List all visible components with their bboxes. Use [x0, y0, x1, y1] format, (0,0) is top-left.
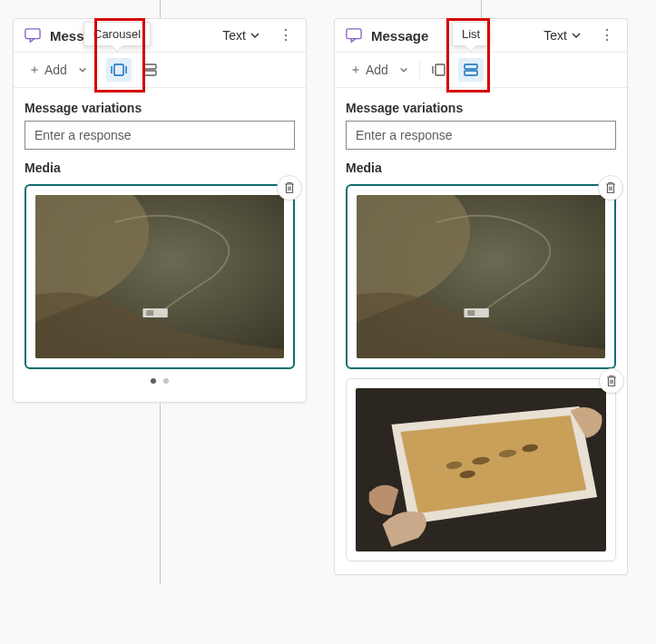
list-layout-button[interactable]: [458, 58, 484, 82]
variations-heading: Message variations: [24, 101, 295, 115]
svg-rect-0: [25, 29, 40, 39]
toolbar: ＋ Add: [335, 53, 627, 88]
svg-rect-10: [465, 71, 477, 75]
svg-rect-1: [114, 64, 123, 75]
svg-rect-6: [146, 310, 153, 316]
add-button[interactable]: ＋ Add: [23, 58, 73, 82]
variations-heading: Message variations: [346, 101, 616, 115]
media-thumbnail: [356, 388, 606, 551]
media-heading: Media: [24, 161, 295, 175]
delete-button[interactable]: [598, 175, 623, 200]
pager-dot[interactable]: [163, 378, 169, 384]
svg-rect-9: [465, 64, 477, 69]
media-card[interactable]: [346, 378, 616, 561]
message-panel-left: Message Text ⋮ ＋ Add: [13, 18, 307, 403]
panel-header: Message Text ⋮: [14, 19, 306, 53]
trash-icon: [604, 181, 617, 194]
connector-line: [160, 403, 161, 584]
trash-icon: [283, 181, 296, 194]
svg-rect-7: [347, 29, 361, 39]
carousel-pager: [24, 369, 295, 389]
media-thumbnail: [35, 195, 284, 358]
svg-rect-2: [143, 64, 156, 69]
connector-line: [160, 0, 161, 18]
media-card[interactable]: [346, 184, 616, 369]
separator: [419, 61, 420, 79]
message-panel-right: Message Text ⋮ ＋ Add: [334, 18, 628, 575]
more-button[interactable]: ⋮: [275, 26, 297, 44]
connector-line: [481, 0, 482, 18]
separator: [98, 61, 99, 79]
chevron-down-icon[interactable]: [78, 65, 87, 74]
media-card[interactable]: [24, 184, 295, 369]
response-input[interactable]: [24, 121, 295, 150]
add-button[interactable]: ＋ Add: [344, 58, 394, 82]
carousel-layout-button[interactable]: [106, 58, 132, 82]
chevron-down-icon: [571, 30, 582, 41]
carousel-icon: [432, 63, 448, 76]
chat-icon: [24, 28, 41, 43]
tooltip-carousel: Carousel: [83, 22, 151, 46]
media-thumbnail: [357, 195, 605, 358]
list-icon: [142, 63, 157, 76]
list-layout-button[interactable]: [137, 58, 162, 82]
chat-icon: [346, 28, 362, 43]
chevron-down-icon: [250, 30, 260, 41]
plus-icon: ＋: [28, 62, 41, 78]
delete-button[interactable]: [277, 175, 302, 200]
delete-button[interactable]: [599, 368, 624, 394]
carousel-layout-button[interactable]: [427, 58, 453, 82]
tooltip-list: List: [452, 22, 490, 46]
carousel-icon: [111, 63, 127, 76]
media-heading: Media: [346, 161, 616, 175]
svg-rect-8: [436, 64, 445, 75]
trash-icon: [605, 375, 618, 387]
pager-dot[interactable]: [151, 378, 156, 384]
more-button[interactable]: ⋮: [596, 26, 618, 44]
toolbar: ＋ Add: [14, 53, 306, 88]
chevron-down-icon[interactable]: [399, 65, 408, 74]
text-dropdown[interactable]: Text: [219, 26, 264, 44]
text-dropdown[interactable]: Text: [540, 26, 585, 44]
svg-rect-13: [467, 310, 475, 316]
svg-rect-3: [143, 71, 156, 75]
response-input[interactable]: [346, 121, 616, 150]
list-icon: [464, 63, 478, 76]
plus-icon: ＋: [349, 62, 362, 78]
